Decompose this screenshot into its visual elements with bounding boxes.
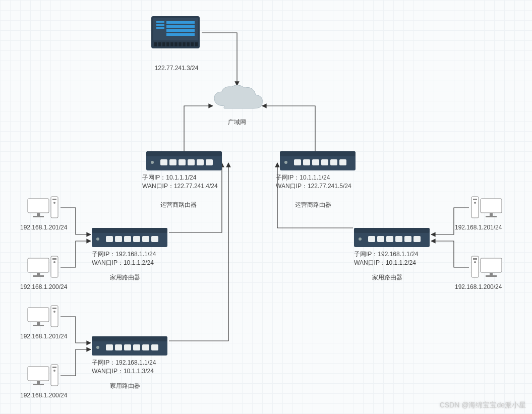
isp1-subnet: 子网IP：10.1.1.1/24 WAN口IP：122.77.241.4/24 (142, 173, 218, 191)
home1-name: 家用路由器 (110, 273, 140, 282)
pc-ip: 192.168.1.200/24 (20, 283, 67, 290)
isp-router-2-icon (280, 151, 356, 170)
home3-info: 子网IP：192.168.1.1/24 WAN口IP：10.1.1.2/24 (354, 250, 418, 267)
pc-icon (28, 306, 58, 327)
pc-icon (471, 256, 502, 277)
home-router-3-icon (354, 228, 430, 247)
pc-icon (28, 365, 58, 386)
cloud-icon (214, 85, 262, 108)
isp1-name: 运营商路由器 (160, 201, 197, 209)
pc-ip: 192.168.1.201/24 (20, 333, 67, 340)
watermark: CSDN @海绵宝宝de派小星 (440, 401, 526, 410)
home1-info: 子网IP：192.168.1.1/24 WAN口IP：10.1.1.2/24 (92, 250, 156, 267)
home-router-2-icon (92, 336, 167, 356)
pc-ip: 192.168.1.200/24 (20, 392, 67, 399)
home3-name: 家用路由器 (372, 273, 402, 282)
home2-name: 家用路由器 (110, 382, 140, 390)
cloud-label: 广域网 (222, 118, 252, 127)
home-router-1-icon (92, 228, 167, 247)
pc-icon (28, 256, 58, 277)
home2-info: 子网IP：192.168.1.1/24 WAN口IP：10.1.1.3/24 (92, 359, 156, 376)
isp2-name: 运营商路由器 (295, 201, 331, 209)
pc-icon (471, 197, 502, 218)
isp2-subnet: 子网IP：10.1.1.1/24 WAN口IP：122.77.241.5/24 (276, 173, 351, 191)
server-icon (151, 16, 200, 48)
pc-ip: 192.168.1.201/24 (20, 224, 67, 231)
pc-ip: 192.168.1.200/24 (455, 283, 502, 290)
diagram-canvas (0, 0, 532, 414)
pc-ip: 192.168.1.201/24 (455, 224, 502, 231)
pc-icon (28, 197, 58, 218)
isp-router-1-icon (146, 151, 222, 170)
server-ip: 122.77.241.3/24 (151, 65, 202, 72)
